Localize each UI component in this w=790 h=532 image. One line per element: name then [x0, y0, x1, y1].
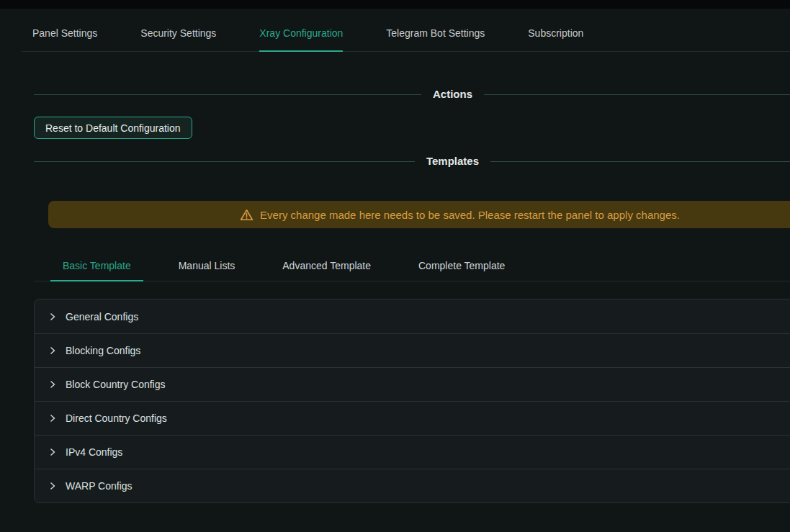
divider-line: [34, 161, 415, 162]
tab-advanced-template[interactable]: Advanced Template: [270, 253, 383, 281]
divider-line: [484, 94, 790, 95]
tab-subscription[interactable]: Subscription: [528, 27, 583, 51]
accordion-item-direct-country-configs[interactable]: Direct Country Configs: [35, 401, 790, 435]
tab-basic-template[interactable]: Basic Template: [50, 253, 143, 281]
chevron-right-icon: [48, 346, 57, 355]
accordion-item-label: Blocking Configs: [66, 345, 140, 356]
actions-divider-title: Actions: [421, 86, 484, 102]
tab-panel-settings[interactable]: Panel Settings: [32, 27, 97, 51]
reset-default-configuration-button[interactable]: Reset to Default Configuration: [34, 117, 192, 139]
chevron-right-icon: [48, 414, 57, 423]
tab-manual-lists[interactable]: Manual Lists: [166, 253, 248, 281]
chevron-right-icon: [48, 380, 57, 389]
accordion-item-warp-configs[interactable]: WARP Configs: [35, 469, 790, 502]
top-window-strip: [0, 0, 790, 9]
configs-accordion: General Configs Blocking Configs Block C…: [34, 299, 790, 503]
chevron-right-icon: [48, 312, 57, 321]
tab-xray-configuration[interactable]: Xray Configuration: [259, 27, 343, 51]
divider-line: [34, 94, 421, 95]
tab-security-settings[interactable]: Security Settings: [140, 27, 216, 51]
chevron-right-icon: [48, 448, 57, 456]
accordion-item-ipv4-configs[interactable]: IPv4 Configs: [35, 435, 790, 469]
accordion-item-block-country-configs[interactable]: Block Country Configs: [35, 367, 790, 401]
tab-complete-template[interactable]: Complete Template: [406, 253, 517, 281]
accordion-item-blocking-configs[interactable]: Blocking Configs: [35, 333, 790, 367]
accordion-item-label: Direct Country Configs: [66, 412, 167, 424]
tab-telegram-bot-settings[interactable]: Telegram Bot Settings: [386, 27, 485, 51]
templates-divider: Templates: [34, 153, 790, 169]
actions-divider: Actions: [34, 86, 790, 102]
main-tab-bar: Panel Settings Security Settings Xray Co…: [22, 9, 790, 52]
divider-line: [490, 161, 790, 162]
chevron-right-icon: [48, 482, 57, 490]
accordion-item-label: Block Country Configs: [66, 379, 166, 390]
templates-divider-title: Templates: [415, 153, 490, 169]
restart-warning-text: Every change made here needs to be saved…: [260, 209, 680, 221]
accordion-item-label: IPv4 Configs: [66, 446, 122, 458]
template-tab-bar: Basic Template Manual Lists Advanced Tem…: [34, 253, 790, 281]
accordion-item-label: WARP Configs: [66, 480, 133, 492]
accordion-item-general-configs[interactable]: General Configs: [35, 299, 790, 333]
xray-configuration-panel: Actions Reset to Default Configuration T…: [34, 86, 790, 503]
accordion-item-label: General Configs: [66, 311, 138, 323]
warning-triangle-icon: [240, 208, 253, 222]
restart-warning-alert: Every change made here needs to be saved…: [48, 201, 790, 228]
